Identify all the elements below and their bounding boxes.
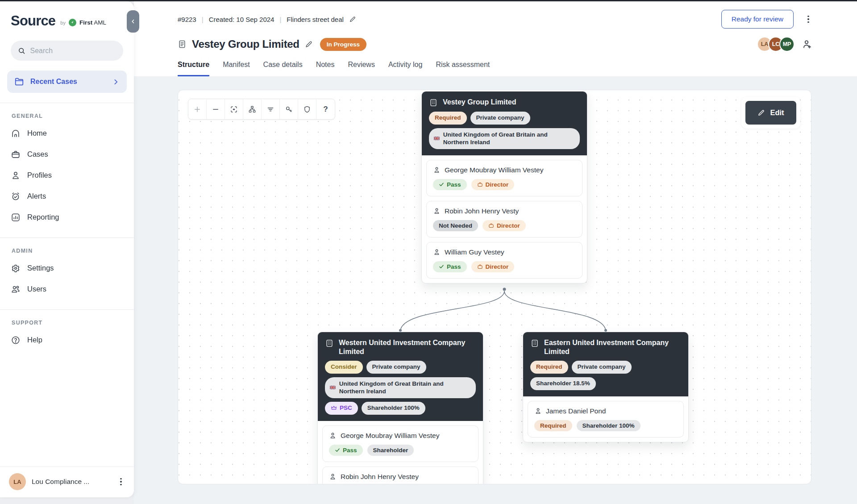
fit-view-button[interactable] bbox=[225, 99, 243, 119]
verification-badge: Required bbox=[530, 361, 568, 374]
person-icon bbox=[433, 166, 441, 174]
tab-manifest[interactable]: Manifest bbox=[223, 61, 250, 76]
sidebar-item-label: Cases bbox=[27, 150, 48, 158]
user-name: Lou Compliance ... bbox=[32, 478, 111, 486]
case-created: Created: 10 Sep 2024 bbox=[209, 16, 275, 23]
zoom-out-button[interactable] bbox=[207, 99, 225, 119]
psc-badge: PSC bbox=[325, 402, 358, 415]
entity-node-western-united[interactable]: Western United Investment Company Limite… bbox=[317, 332, 483, 484]
case-menu-kebab-icon[interactable] bbox=[804, 14, 812, 24]
document-icon bbox=[178, 40, 187, 49]
entity-node-vestey-group[interactable]: Vestey Group Limited Required Private co… bbox=[421, 91, 587, 283]
status-pill: Not Needed bbox=[433, 220, 478, 231]
sidebar-section-admin: ADMIN Settings Users bbox=[0, 238, 134, 300]
edit-deal-pencil-icon[interactable] bbox=[349, 16, 356, 23]
sidebar-section-general: GENERAL Home Cases Profiles Alerts Repor… bbox=[0, 103, 134, 228]
edit-button[interactable]: Edit bbox=[745, 101, 796, 125]
tab-reviews[interactable]: Reviews bbox=[348, 61, 374, 76]
section-label: ADMIN bbox=[12, 248, 134, 254]
sidebar-item-profiles[interactable]: Profiles bbox=[0, 165, 134, 186]
sidebar-item-alerts[interactable]: Alerts bbox=[0, 186, 134, 207]
verification-badge: Required bbox=[429, 112, 467, 125]
edit-title-pencil-icon[interactable] bbox=[305, 40, 313, 48]
ready-for-review-button[interactable]: Ready for review bbox=[721, 10, 794, 29]
person-card[interactable]: Robin John Henry Vesty Not Needed Direct… bbox=[426, 201, 582, 237]
entity-header[interactable]: Western United Investment Company Limite… bbox=[318, 332, 483, 421]
person-card[interactable]: Robin John Henry Vestey bbox=[322, 467, 478, 484]
sidebar-item-cases[interactable]: Cases bbox=[0, 144, 134, 165]
structure-canvas[interactable]: ? Edit Vestey Group Limited R bbox=[178, 90, 811, 484]
home-icon bbox=[11, 129, 21, 138]
graph-toolbar: ? bbox=[188, 99, 335, 120]
search-input[interactable] bbox=[30, 47, 116, 55]
briefcase-icon bbox=[488, 223, 494, 229]
sidebar-item-help[interactable]: Help bbox=[0, 329, 134, 350]
entity-header[interactable]: Vestey Group Limited Required Private co… bbox=[422, 92, 587, 155]
person-icon bbox=[329, 432, 337, 439]
tab-structure[interactable]: Structure bbox=[178, 61, 209, 76]
sidebar-item-users[interactable]: Users bbox=[0, 279, 134, 300]
current-user[interactable]: LA Lou Compliance ... bbox=[0, 467, 134, 497]
tab-case-details[interactable]: Case details bbox=[263, 61, 303, 76]
country-badge: United Kingdom of Great Britain and Nort… bbox=[429, 128, 580, 149]
person-name: George Moubray William Vestey bbox=[341, 432, 439, 440]
person-card[interactable]: George Moubray William Vestey Pass Direc… bbox=[426, 160, 582, 196]
person-card[interactable]: George Moubray William Vestey Pass Share… bbox=[322, 425, 478, 462]
building-icon bbox=[325, 339, 334, 348]
add-user-icon[interactable] bbox=[802, 39, 812, 50]
minus-icon bbox=[212, 105, 220, 113]
search-box[interactable] bbox=[11, 41, 123, 61]
person-name: George Moubray William Vestey bbox=[445, 166, 543, 174]
section-label: SUPPORT bbox=[12, 320, 134, 326]
window-edge bbox=[0, 0, 857, 1]
sidebar-item-label: Reporting bbox=[27, 213, 59, 221]
briefcase-icon bbox=[477, 264, 483, 270]
section-label: GENERAL bbox=[12, 113, 134, 119]
avatar: LA bbox=[9, 473, 26, 490]
tab-risk-assessment[interactable]: Risk assessment bbox=[436, 61, 490, 76]
key-button[interactable] bbox=[280, 99, 298, 119]
sidebar-item-settings[interactable]: Settings bbox=[0, 258, 134, 279]
sidebar-item-home[interactable]: Home bbox=[0, 123, 134, 144]
fit-view-icon bbox=[230, 105, 238, 113]
person-icon bbox=[534, 407, 542, 415]
alarm-icon bbox=[11, 192, 21, 201]
check-icon bbox=[439, 182, 444, 187]
help-button[interactable]: ? bbox=[316, 99, 335, 119]
entity-node-eastern-united[interactable]: Eastern United Investment Company Limite… bbox=[523, 332, 689, 442]
sidebar-item-label: Home bbox=[27, 129, 47, 137]
sidebar-item-label: Help bbox=[27, 336, 42, 344]
sidebar-item-recent-cases[interactable]: Recent Cases bbox=[7, 71, 127, 93]
status-pill: Required bbox=[534, 420, 572, 431]
zoom-in-button[interactable] bbox=[188, 99, 207, 119]
hierarchy-icon bbox=[248, 105, 256, 113]
filter-icon bbox=[266, 105, 275, 113]
pencil-icon bbox=[757, 109, 765, 117]
users-icon bbox=[11, 284, 21, 294]
sidebar-item-label: Alerts bbox=[27, 192, 46, 200]
person-card[interactable]: James Daniel Pond Required Shareholder 1… bbox=[528, 401, 684, 437]
folder-icon bbox=[14, 77, 24, 87]
firstaml-logo-icon bbox=[69, 19, 76, 26]
sidebar: Source by First AML Recent Cases GENERAL… bbox=[0, 1, 134, 497]
sidebar-item-label: Recent Cases bbox=[30, 78, 106, 86]
chevron-right-icon bbox=[112, 78, 120, 86]
entity-title: Eastern United Investment Company Limite… bbox=[544, 338, 681, 356]
entity-header[interactable]: Eastern United Investment Company Limite… bbox=[523, 332, 688, 396]
hierarchy-layout-button[interactable] bbox=[243, 99, 262, 119]
person-card[interactable]: William Guy Vestey Pass Director bbox=[426, 242, 582, 279]
filter-button[interactable] bbox=[262, 99, 280, 119]
case-header: #9223 | Created: 10 Sep 2024 | Flinders … bbox=[134, 0, 857, 76]
status-pill: Pass bbox=[329, 445, 363, 456]
assignee-avatars: LA LC MP bbox=[757, 37, 812, 52]
shield-button[interactable] bbox=[298, 99, 316, 119]
user-menu-kebab-icon[interactable] bbox=[117, 477, 125, 487]
check-icon bbox=[335, 447, 340, 453]
tab-activity-log[interactable]: Activity log bbox=[388, 61, 422, 76]
sidebar-collapse-button[interactable] bbox=[127, 10, 139, 33]
sidebar-item-reporting[interactable]: Reporting bbox=[0, 207, 134, 228]
tab-notes[interactable]: Notes bbox=[316, 61, 335, 76]
entity-type-badge: Private company bbox=[470, 112, 530, 125]
chart-icon bbox=[11, 212, 21, 222]
role-pill: Director bbox=[471, 261, 515, 272]
